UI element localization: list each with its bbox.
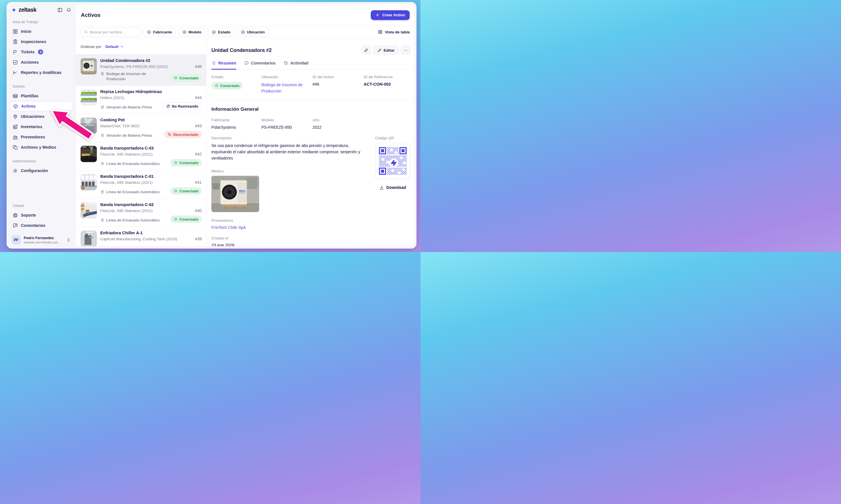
user-name: Pedro Fernandez: [24, 236, 60, 240]
asset-title: Banda transportadora C-03: [100, 146, 202, 150]
sidebar-section-workspace: Area de Trabajo: [10, 20, 72, 24]
tab-actividad[interactable]: Actividad: [284, 61, 309, 70]
search-input[interactable]: [90, 30, 137, 34]
detail-modelo: PS-FREEZE-850: [261, 125, 312, 130]
sort-row: Ordenar por Default: [76, 39, 206, 55]
logo-text: zeltask: [19, 6, 37, 13]
sidebar-item-proveedores[interactable]: Proveedores: [10, 132, 72, 142]
table-icon: [378, 30, 382, 34]
plus-icon: [375, 13, 380, 17]
sidebar-item-ubicaciones[interactable]: Ubicaciones: [10, 112, 72, 121]
clipboard-icon: [13, 39, 18, 44]
edit-label: Editar: [384, 48, 395, 53]
asset-subtitle: PolarSystems, PS-FREEZE-850 (2022): [100, 65, 168, 69]
sidebar-item-label: Plantillas: [21, 94, 38, 98]
more-ellipsis-icon: [404, 48, 408, 53]
sidebar-item-archivos[interactable]: Archivos y Medios: [10, 143, 72, 152]
search-box[interactable]: [81, 28, 140, 37]
sidebar-item-comentarios[interactable]: Comentarios: [10, 221, 72, 230]
asset-subtitle: FlexLink, X65 Stainless (2021): [100, 152, 153, 156]
filter-chip-fabricante[interactable]: Fabricante: [143, 28, 176, 37]
asset-thumbnail: [81, 174, 97, 190]
collapse-sidebar-icon[interactable]: [57, 7, 63, 13]
search-icon: [84, 30, 88, 34]
asset-id: #39: [192, 237, 202, 241]
sidebar: zeltask Area de Trabajo Inicio Inspeccio…: [6, 2, 76, 249]
filter-chip-modelo[interactable]: Modelo: [178, 28, 205, 37]
status-badge-connected: Conectado: [171, 215, 202, 223]
field-label-qr: Código QR: [375, 136, 411, 140]
detail-location-link[interactable]: Bodega de Insumos de Producción: [261, 82, 304, 94]
asset-id: #46: [192, 64, 202, 69]
create-asset-button[interactable]: Crear Activo: [371, 10, 410, 20]
asset-id: #44: [192, 95, 202, 100]
location-pin-icon: [100, 72, 105, 76]
sidebar-section-admin: Administración: [10, 159, 72, 163]
user-menu[interactable]: PF Pedro Fernandez zeltask.com+foodco.pe…: [10, 233, 72, 245]
filter-chip-ubicacion[interactable]: Ubicación: [237, 28, 269, 37]
supplier-link[interactable]: FríoTech Chile SpA: [211, 225, 365, 230]
sidebar-item-inicio[interactable]: Inicio: [10, 27, 72, 36]
asset-title: Banda transportadora C-02: [100, 202, 202, 207]
detail-fabricante: PolarSystems: [211, 125, 261, 130]
status-badge-untracked: No Rastreando: [163, 103, 202, 110]
sidebar-item-label: Configuración: [21, 168, 48, 173]
screen: { "colors": { "accent": "#4B46DC", "logo…: [0, 0, 420, 252]
more-options-button[interactable]: [401, 46, 411, 55]
asset-row-41[interactable]: Banda transportadora C-01 FlexLink, X65 …: [76, 170, 206, 199]
asset-location: Almacén de Materia Prima: [106, 105, 152, 110]
history-clock-icon: [284, 61, 288, 65]
sidebar-item-configuracion[interactable]: Configuración: [10, 166, 72, 176]
asset-row-40[interactable]: Banda transportadora C-02 FlexLink, X65 …: [76, 199, 206, 227]
field-label-ano: Año: [312, 118, 411, 122]
asset-row-39[interactable]: Enfriadora Chiller A-1 CapKold Manufactu…: [76, 227, 206, 246]
sidebar-item-soporte[interactable]: Soporte: [10, 211, 72, 220]
main-panel: Activos Crear Activo Fabricante Modelo E: [76, 4, 414, 246]
sidebar-item-acciones[interactable]: Acciones: [10, 58, 72, 67]
sort-dropdown[interactable]: Default: [105, 44, 124, 49]
asset-title: Enfriadora Chiller A-1: [100, 231, 202, 235]
sidebar-item-label: Soporte: [21, 213, 36, 217]
notifications-bell-icon[interactable]: [66, 7, 71, 13]
detail-title: Unidad Condensadora #2: [211, 47, 272, 53]
asset-thumbnail: [81, 89, 97, 106]
sort-value: Default: [105, 44, 119, 49]
qr-code: [375, 143, 411, 179]
building-icon: [13, 134, 18, 140]
table-view-toggle[interactable]: Vista de tabla: [378, 30, 410, 34]
tab-resumen[interactable]: Resumen: [211, 61, 236, 70]
sidebar-item-reportes[interactable]: Reportes y Analíticas: [10, 68, 72, 77]
qr-download-button[interactable]: Download: [375, 185, 411, 190]
media-photo[interactable]: Mitor: [211, 176, 259, 212]
logo-row: zeltask: [10, 6, 72, 13]
asset-subtitle: FlexLink, X65 Stainless (2021): [100, 180, 153, 185]
tab-comentarios[interactable]: Comentarios: [244, 61, 276, 70]
filter-chip-estado[interactable]: Estado: [208, 28, 234, 37]
asset-row-42[interactable]: Banda transportadora C-03 FlexLink, X65 …: [76, 142, 206, 170]
asset-row-43[interactable]: Cooking Pot MasterChef, TEK-9822 #43 Alm…: [76, 114, 206, 142]
asset-row-46[interactable]: Unidad Condensadora #2 PolarSystems, PS-…: [76, 55, 206, 86]
detail-status-badge: Conectado: [211, 82, 242, 89]
download-label: Download: [386, 185, 406, 190]
chip-label: Estado: [218, 30, 230, 34]
detail-ref-id: ACT-CON-002: [364, 82, 411, 87]
sidebar-item-label: Activos: [21, 104, 36, 108]
copy-link-button[interactable]: [361, 46, 371, 55]
sidebar-item-tickets[interactable]: Tickets 3: [10, 47, 72, 57]
edit-button[interactable]: Editar: [373, 46, 398, 55]
asset-row-44[interactable]: Repisa Lechugas Hidropónicas Hüllms (202…: [76, 86, 206, 114]
sidebar-item-plantillas[interactable]: Plantillas: [10, 91, 72, 101]
main-header: Activos Crear Activo: [76, 4, 414, 26]
sidebar-item-activos[interactable]: Activos: [10, 102, 72, 111]
sidebar-item-inspecciones[interactable]: Inspecciones: [10, 37, 72, 47]
asset-location: Bodega de Insumos de Producción: [106, 71, 149, 82]
chevron-down-icon: [120, 44, 124, 49]
tickets-count-badge: 3: [38, 49, 43, 55]
sidebar-item-inventarios[interactable]: Inventarios: [10, 122, 72, 131]
flag-icon: [13, 49, 18, 55]
asset-detail-panel: Unidad Condensadora #2 Editar Resumen: [207, 39, 414, 246]
sidebar-item-label: Proveedores: [21, 135, 45, 139]
chip-label: Ubicación: [247, 30, 265, 34]
map-pin-icon: [13, 114, 18, 119]
detail-descripcion: Se usa para condensar el refrigerante ga…: [211, 143, 365, 161]
